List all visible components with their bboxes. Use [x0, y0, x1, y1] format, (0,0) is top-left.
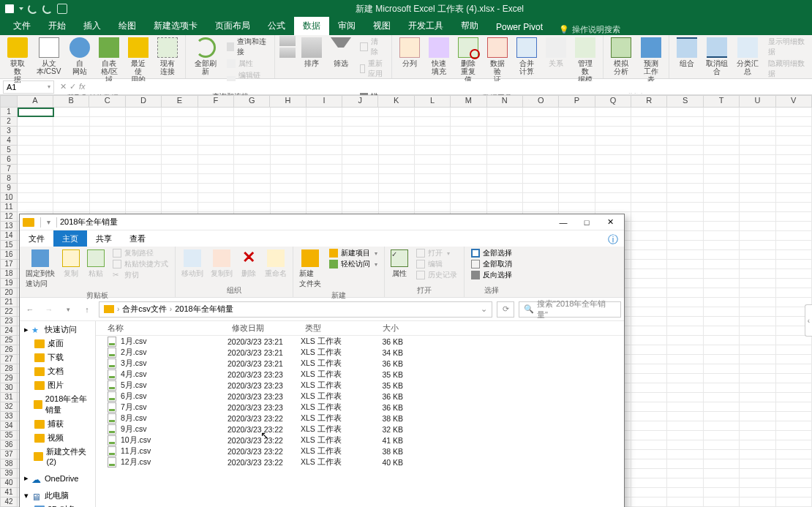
cell[interactable]: [307, 127, 342, 136]
cell[interactable]: [415, 193, 451, 203]
cell[interactable]: [90, 203, 126, 212]
cell[interactable]: [740, 412, 775, 421]
explorer-tab-共享[interactable]: 共享: [87, 230, 121, 247]
cell[interactable]: [631, 459, 667, 469]
cell[interactable]: [704, 127, 740, 136]
cell[interactable]: [704, 193, 740, 203]
cell[interactable]: [704, 250, 740, 260]
cell[interactable]: [740, 317, 775, 326]
row-header[interactable]: 34: [0, 421, 18, 431]
cell[interactable]: [776, 431, 812, 440]
cell[interactable]: [487, 127, 523, 136]
cell[interactable]: [631, 155, 667, 165]
cell[interactable]: [198, 136, 234, 146]
data-tool-item[interactable]: 分列: [396, 36, 423, 69]
cell[interactable]: [704, 231, 740, 241]
explorer-tab-文件[interactable]: 文件: [20, 230, 53, 247]
forecast-item[interactable]: 模拟分析: [608, 36, 636, 77]
cell[interactable]: [740, 127, 775, 136]
cell[interactable]: [776, 165, 812, 174]
row-header[interactable]: 6: [0, 155, 18, 165]
cell[interactable]: [126, 184, 162, 193]
cell[interactable]: [126, 203, 162, 212]
redo-icon[interactable]: [42, 4, 53, 14]
cell[interactable]: [740, 355, 775, 364]
cell[interactable]: [342, 193, 378, 203]
cell[interactable]: [415, 203, 451, 212]
cell[interactable]: [631, 193, 667, 203]
cell[interactable]: [667, 269, 703, 279]
cell[interactable]: [451, 108, 486, 117]
column-header[interactable]: Q: [595, 95, 631, 108]
maximize-button[interactable]: □: [576, 216, 598, 229]
cell[interactable]: [631, 393, 667, 402]
cell[interactable]: [740, 393, 775, 402]
cell[interactable]: [667, 450, 703, 459]
sort-button[interactable]: 排序: [298, 36, 325, 69]
sort-ascending-button[interactable]: [279, 36, 296, 46]
cell[interactable]: [53, 136, 89, 146]
breadcrumb[interactable]: › 合并csv文件 › 2018年全年销量 ⌄: [99, 301, 492, 318]
cell[interactable]: [631, 260, 667, 269]
cell[interactable]: [90, 184, 126, 193]
cell[interactable]: [234, 117, 270, 127]
cell[interactable]: [776, 355, 812, 364]
cell[interactable]: [704, 440, 740, 450]
row-header[interactable]: 38: [0, 459, 18, 469]
cell[interactable]: [559, 117, 595, 127]
cell[interactable]: [307, 193, 342, 203]
cell[interactable]: [631, 478, 667, 488]
cell[interactable]: [198, 155, 234, 165]
cell[interactable]: [595, 127, 631, 136]
cell[interactable]: [523, 136, 559, 146]
cell[interactable]: [18, 203, 53, 212]
name-box[interactable]: A1▾: [3, 80, 54, 94]
cell[interactable]: [126, 117, 162, 127]
row-header[interactable]: 14: [0, 231, 18, 241]
cell[interactable]: [342, 136, 378, 146]
cell[interactable]: [740, 165, 775, 174]
cell[interactable]: [379, 203, 415, 212]
cell[interactable]: [198, 117, 234, 127]
cell[interactable]: [776, 497, 812, 507]
cell[interactable]: [631, 421, 667, 431]
cell[interactable]: [776, 288, 812, 298]
cell[interactable]: [704, 136, 740, 146]
cell[interactable]: [631, 212, 667, 222]
cell[interactable]: [451, 184, 486, 193]
cell[interactable]: [667, 279, 703, 288]
cell[interactable]: [523, 165, 559, 174]
cell[interactable]: [631, 165, 667, 174]
cell[interactable]: [234, 146, 270, 155]
cell[interactable]: [667, 345, 703, 355]
cell[interactable]: [704, 260, 740, 269]
cell[interactable]: [90, 155, 126, 165]
cell[interactable]: [487, 174, 523, 184]
file-row[interactable]: 5月.csv2020/3/23 23:23XLS 工作表35 KB: [96, 380, 624, 391]
tab-开始[interactable]: 开始: [40, 17, 75, 35]
cell[interactable]: [667, 497, 703, 507]
cell[interactable]: [198, 184, 234, 193]
cell[interactable]: [704, 288, 740, 298]
tell-me-search[interactable]: 💡操作说明搜索: [552, 24, 628, 35]
cell[interactable]: [704, 488, 740, 497]
cell[interactable]: [667, 127, 703, 136]
row-header[interactable]: 26: [0, 345, 18, 355]
row-header[interactable]: 1: [0, 108, 18, 117]
cell[interactable]: [631, 222, 667, 231]
nav-tree-item[interactable]: 下载: [20, 350, 95, 364]
cell[interactable]: [667, 222, 703, 231]
cell[interactable]: [667, 193, 703, 203]
cell[interactable]: [523, 117, 559, 127]
cell[interactable]: [162, 165, 198, 174]
cell[interactable]: [740, 212, 775, 222]
cell[interactable]: [559, 165, 595, 174]
cell[interactable]: [667, 355, 703, 364]
cell[interactable]: [234, 165, 270, 174]
cell[interactable]: [776, 212, 812, 222]
cell[interactable]: [740, 383, 775, 393]
row-header[interactable]: 37: [0, 450, 18, 459]
select-all-corner[interactable]: [0, 95, 18, 108]
get-data-item[interactable]: 自 网站: [67, 36, 93, 77]
breadcrumb-dropdown-icon[interactable]: ⌄: [481, 304, 487, 314]
